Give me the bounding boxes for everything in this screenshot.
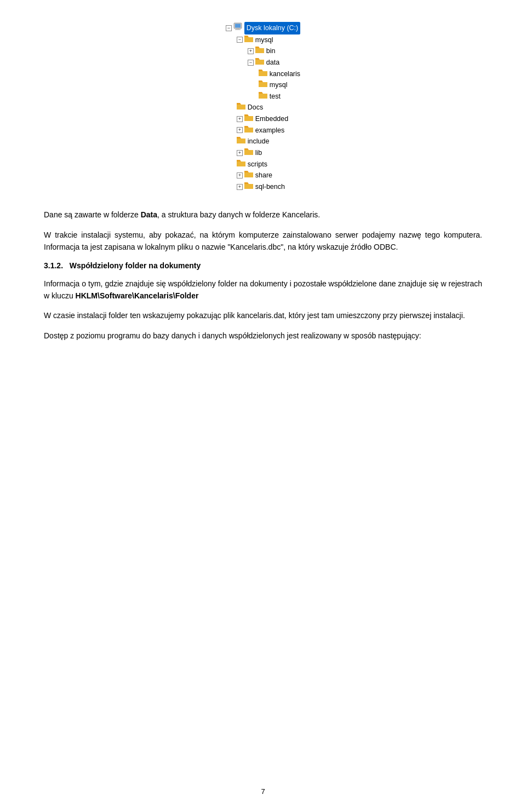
expand-lib[interactable]: + (237, 150, 243, 156)
svg-rect-31 (244, 184, 253, 189)
collapse-icon[interactable]: − (226, 25, 232, 31)
bin-label: bin (266, 45, 276, 57)
tree-root: − Dysk lokalny (C:) (226, 22, 300, 34)
tree-item-mysql-child: mysql (226, 79, 300, 91)
tree-item-test: test (226, 91, 300, 102)
computer-icon (233, 22, 242, 34)
docs-label: Docs (248, 102, 263, 113)
svg-rect-29 (244, 172, 253, 177)
section-title: Współdzielony folder na dokumenty (70, 261, 201, 270)
collapse-data[interactable]: − (248, 60, 254, 66)
folder-icon-examples (244, 125, 253, 136)
tree-item-scripts: scripts (226, 159, 300, 170)
folder-icon-mysql-child (259, 79, 267, 91)
svg-rect-27 (237, 162, 245, 166)
expand-examples[interactable]: + (237, 127, 243, 133)
mysql-child-label: mysql (270, 79, 288, 91)
expand-share[interactable]: + (237, 172, 243, 178)
tree-item-examples: + examples (226, 125, 300, 136)
tree-item-share: + share (226, 170, 300, 181)
svg-rect-19 (244, 116, 253, 121)
svg-rect-21 (244, 128, 253, 133)
folder-icon-sql-bench (244, 181, 253, 193)
tree-item-bin: + bin (226, 45, 300, 57)
section-paragraph-1: Informacja o tym, gdzie znajduje się wsp… (44, 278, 482, 302)
svg-rect-15 (259, 94, 267, 99)
page-number: 7 (261, 787, 265, 796)
section-paragraph-3: Dostęp z poziomu programu do bazy danych… (44, 330, 482, 342)
mysql-label: mysql (255, 34, 273, 46)
sql-bench-label: sql-bench (255, 181, 285, 193)
folder-icon-docs (237, 102, 245, 113)
svg-rect-1 (235, 24, 241, 28)
embedded-label: Embedded (255, 113, 288, 125)
svg-rect-13 (259, 82, 267, 87)
lib-label: lib (255, 147, 262, 159)
svg-rect-3 (235, 30, 241, 30)
kancelaris-label: kancelaris (270, 68, 300, 80)
svg-rect-5 (244, 37, 253, 42)
folder-icon-data (255, 57, 264, 68)
folder-icon-share (244, 170, 253, 181)
include-label: include (248, 136, 270, 147)
section-paragraph-2: W czasie instalacji folder ten wskazujem… (44, 309, 482, 321)
file-tree: − Dysk lokalny (C:) − my (226, 22, 300, 192)
folder-icon-scripts (237, 159, 245, 170)
svg-rect-11 (259, 71, 267, 76)
svg-rect-9 (255, 60, 264, 65)
svg-rect-7 (255, 48, 264, 53)
folder-icon-embedded (244, 113, 253, 125)
collapse-mysql[interactable]: − (237, 37, 243, 43)
test-label: test (270, 91, 281, 102)
expand-sql-bench[interactable]: + (237, 184, 243, 190)
folder-icon-mysql (244, 34, 253, 46)
svg-rect-17 (237, 105, 245, 110)
section-number: 3.1.2. (44, 261, 63, 270)
svg-rect-23 (237, 139, 245, 143)
scripts-label: scripts (248, 159, 267, 170)
folder-icon-bin (255, 45, 264, 57)
folder-icon-kancelaris (259, 68, 267, 80)
tree-diagram: − Dysk lokalny (C:) − my (44, 22, 482, 192)
tree-item-lib: + lib (226, 147, 300, 159)
paragraph-1: Dane są zawarte w folderze Data, a struk… (44, 209, 482, 221)
svg-rect-2 (236, 28, 239, 30)
examples-label: examples (255, 125, 285, 136)
expand-bin[interactable]: + (248, 48, 254, 54)
tree-item-docs: Docs (226, 102, 300, 113)
folder-icon-test (259, 91, 267, 102)
tree-item-mysql: − mysql (226, 34, 300, 46)
tree-item-sql-bench: + sql-bench (226, 181, 300, 193)
tree-item-include: include (226, 136, 300, 147)
tree-item-kancelaris: kancelaris (226, 68, 300, 80)
folder-icon-include (237, 136, 245, 147)
data-label: data (266, 57, 279, 68)
page: − Dysk lokalny (C:) − my (0, 0, 526, 812)
section-heading: 3.1.2. Współdzielony folder na dokumenty (44, 261, 482, 270)
expand-embedded[interactable]: + (237, 116, 243, 122)
tree-item-data: − data (226, 57, 300, 68)
tree-item-embedded: + Embedded (226, 113, 300, 125)
root-label[interactable]: Dysk lokalny (C:) (244, 22, 300, 34)
svg-rect-25 (244, 150, 253, 155)
share-label: share (255, 170, 272, 181)
paragraph-2: W trakcie instalacji systemu, aby pokaza… (44, 229, 482, 254)
folder-icon-lib (244, 147, 253, 159)
